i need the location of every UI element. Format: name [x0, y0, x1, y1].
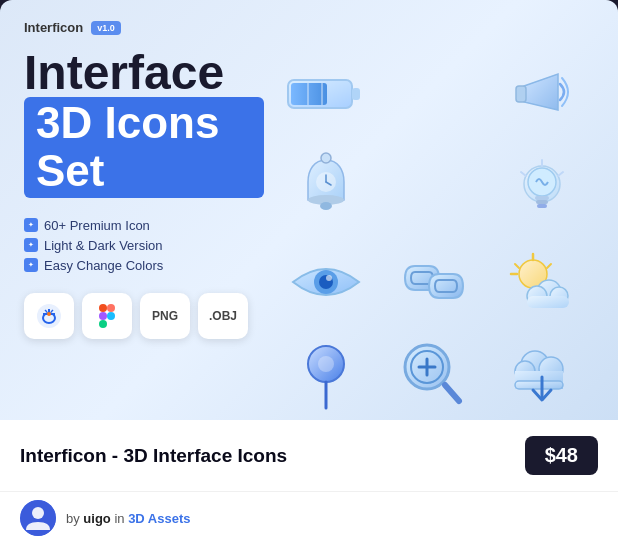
svg-point-45	[318, 356, 334, 372]
author-section: by uigo in 3D Assets	[0, 491, 618, 552]
icon-chain	[389, 237, 479, 327]
icon-pin	[281, 331, 371, 420]
svg-rect-7	[99, 304, 107, 312]
left-panel: Interface 3D Icons Set 60+ Premium Icon …	[24, 49, 274, 420]
feature-icon-3	[24, 258, 38, 272]
avatar-icon	[20, 500, 56, 536]
svg-rect-17	[516, 86, 526, 102]
title-3d-icons: 3D Icons Set	[24, 97, 264, 198]
icon-bell	[281, 143, 371, 233]
icon-megaphone	[497, 49, 587, 139]
blender-logo-icon	[35, 302, 63, 330]
feature-icon-2	[24, 238, 38, 252]
search-plus-3d-icon	[397, 337, 471, 415]
svg-rect-43	[527, 296, 569, 308]
card-image: Interficon v1.0 Interface 3D Icons Set 6…	[0, 0, 618, 420]
main-content: Interface 3D Icons Set 60+ Premium Icon …	[24, 49, 594, 420]
svg-point-10	[107, 312, 115, 320]
feature-text-3: Easy Change Colors	[44, 258, 163, 273]
feature-icon-1	[24, 218, 38, 232]
svg-rect-27	[536, 200, 548, 204]
svg-point-59	[32, 507, 44, 519]
svg-line-30	[521, 172, 526, 176]
eye-3d-icon	[285, 246, 367, 318]
svg-line-37	[515, 264, 519, 268]
svg-rect-28	[537, 204, 547, 208]
chain-3d-icon	[395, 246, 473, 318]
svg-rect-8	[107, 304, 115, 312]
icon-bulb	[497, 143, 587, 233]
feature-item-1: 60+ Premium Icon	[24, 218, 264, 233]
features-list: 60+ Premium Icon Light & Dark Version Ea…	[24, 218, 264, 273]
svg-point-3	[47, 312, 51, 316]
png-label: PNG	[152, 309, 178, 323]
svg-line-38	[547, 264, 551, 268]
icon-empty-1	[389, 49, 479, 139]
author-prefix: by	[66, 511, 83, 526]
top-bar: Interficon v1.0	[24, 20, 594, 35]
icon-sun-cloud	[497, 237, 587, 327]
price-tag: $48	[525, 436, 598, 475]
brand-name: Interficon	[24, 20, 83, 35]
icon-battery	[281, 49, 371, 139]
figma-logo-icon	[97, 302, 117, 330]
svg-rect-9	[99, 312, 107, 320]
feature-text-2: Light & Dark Version	[44, 238, 163, 253]
pin-3d-icon	[290, 336, 362, 416]
icon-cloud-download	[497, 331, 587, 420]
format-obj: .OBJ	[198, 293, 248, 339]
svg-rect-56	[515, 381, 563, 389]
svg-point-19	[321, 153, 331, 163]
icon-eye	[281, 237, 371, 327]
svg-point-34	[326, 275, 332, 281]
bottom-section: Interficon - 3D Interface Icons $48	[0, 420, 618, 491]
title-interface: Interface	[24, 49, 264, 97]
bell-3d-icon	[294, 152, 359, 224]
svg-point-20	[320, 202, 332, 210]
bulb-3d-icon	[507, 152, 577, 224]
icon-search-plus	[389, 331, 479, 420]
format-blender	[24, 293, 74, 339]
cloud-download-3d-icon	[505, 337, 579, 415]
feature-item-2: Light & Dark Version	[24, 238, 264, 253]
author-connector: in	[114, 511, 128, 526]
battery-3d-icon	[286, 72, 366, 116]
author-name[interactable]: uigo	[83, 511, 114, 526]
format-figma	[82, 293, 132, 339]
megaphone-3d-icon	[506, 58, 578, 130]
obj-label: .OBJ	[209, 309, 237, 323]
author-text: by uigo in 3D Assets	[66, 511, 191, 526]
feature-text-1: 60+ Premium Icon	[44, 218, 150, 233]
svg-line-51	[445, 385, 459, 401]
sun-cloud-3d-icon	[501, 246, 583, 318]
feature-item-3: Easy Change Colors	[24, 258, 264, 273]
icons-grid	[274, 49, 594, 420]
author-avatar	[20, 500, 56, 536]
product-card: Interficon v1.0 Interface 3D Icons Set 6…	[0, 0, 618, 552]
author-category[interactable]: 3D Assets	[128, 511, 190, 526]
title-block: Interface 3D Icons Set	[24, 49, 264, 198]
format-badges: PNG .OBJ	[24, 293, 264, 339]
format-png: PNG	[140, 293, 190, 339]
svg-rect-11	[99, 320, 107, 328]
svg-rect-14	[352, 88, 360, 100]
version-badge: v1.0	[91, 21, 121, 35]
svg-line-31	[558, 172, 563, 176]
svg-rect-26	[535, 196, 549, 200]
icon-empty-2	[389, 143, 479, 233]
product-title: Interficon - 3D Interface Icons	[20, 445, 287, 467]
